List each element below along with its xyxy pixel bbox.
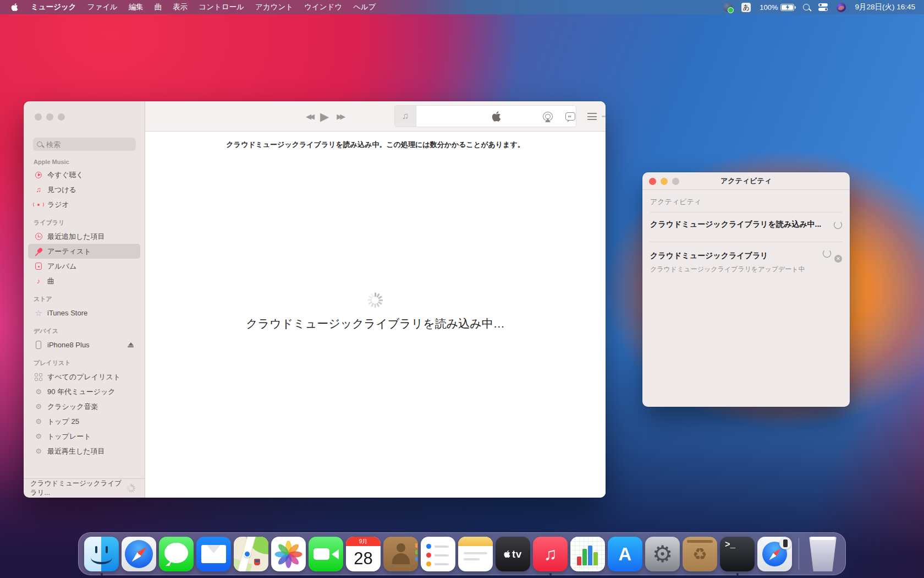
sidebar-item-top-25[interactable]: ⚙ トップ 25 xyxy=(28,414,140,429)
smart-playlist-gear-icon: ⚙ xyxy=(34,402,43,411)
menu-song[interactable]: 曲 xyxy=(150,0,167,14)
dock-numbers[interactable] xyxy=(570,537,605,571)
menu-bar: ミュージック ファイル 編集 曲 表示 コントロール アカウント ウインドウ ヘ… xyxy=(0,0,924,14)
status-app-icon[interactable] xyxy=(837,3,846,12)
sidebar-item-all-playlists[interactable]: すべてのプレイリスト xyxy=(28,369,140,384)
zoom-button[interactable] xyxy=(58,113,65,121)
dock-simulator[interactable] xyxy=(757,537,792,571)
eject-icon[interactable] xyxy=(128,342,134,348)
sidebar-item-recently-played[interactable]: ⚙ 最近再生した項目 xyxy=(28,444,140,459)
dock-reminders[interactable] xyxy=(421,537,455,571)
app-store-icon: A xyxy=(608,537,642,571)
control-center-icon[interactable] xyxy=(818,3,828,12)
play-circle-icon xyxy=(34,171,43,179)
dock-safari[interactable] xyxy=(122,537,156,571)
dock-apple-tv[interactable]: tv xyxy=(496,537,530,571)
menu-bar-clock[interactable]: 9月28日(火) 16:45 xyxy=(855,2,915,12)
dock-calendar[interactable]: 9月 28 xyxy=(346,537,381,571)
dock-app-bag[interactable]: ♻ xyxy=(683,537,717,571)
activity-task-loading: クラウドミュージックライブラリを読み込み中... xyxy=(650,220,842,230)
sidebar-item-radio[interactable]: ラジオ xyxy=(28,197,140,212)
search-icon xyxy=(37,141,42,147)
menu-account[interactable]: アカウント xyxy=(250,0,298,14)
sidebar-sync-status: クラウドミュージックライブラリ... xyxy=(24,478,145,498)
divider xyxy=(650,242,842,242)
music-note-icon: ♪ xyxy=(34,277,43,286)
input-source-icon[interactable]: あ xyxy=(741,3,751,12)
battery-indicator[interactable]: 100% xyxy=(760,3,794,12)
sidebar-item-browse[interactable]: ♫ 見つける xyxy=(28,182,140,197)
volume-slider[interactable] xyxy=(602,116,606,117)
dock-app-store[interactable]: A xyxy=(608,537,642,571)
minimize-button[interactable] xyxy=(661,178,668,185)
sidebar-item-albums[interactable]: アルバム xyxy=(28,259,140,274)
section-library: ライブラリ xyxy=(24,212,145,229)
loading-indicator-group: クラウドミュージックライブラリを読み込み中… xyxy=(145,292,606,331)
sidebar-item-recently-added[interactable]: 最近追加した項目 xyxy=(28,229,140,244)
sync-status-icon[interactable] xyxy=(723,3,733,12)
apple-menu-icon[interactable] xyxy=(9,3,25,12)
smart-playlist-gear-icon: ⚙ xyxy=(34,432,43,441)
search-input[interactable] xyxy=(45,140,132,149)
music-main-pane: ◀◀ ▶ ▶▶ ♫ xyxy=(145,101,606,498)
sidebar-item-songs[interactable]: ♪ 曲 xyxy=(28,274,140,288)
cancel-task-button[interactable]: ✕ xyxy=(834,255,842,263)
task-spinner-icon xyxy=(834,221,842,229)
close-button[interactable] xyxy=(649,178,656,185)
dock-messages[interactable] xyxy=(159,537,194,571)
microphone-icon xyxy=(34,247,43,256)
spotlight-search-icon[interactable] xyxy=(803,4,810,10)
music-sidebar: Apple Music 今すぐ聴く ♫ 見つける ラジオ ライブラリ 最近追加し… xyxy=(24,101,145,498)
menu-controls[interactable]: コントロール xyxy=(194,0,249,14)
music-content-area: クラウドミュージックライブラリを読み込み中。この処理には数分かかることがあります… xyxy=(145,132,606,498)
cloud-library-top-message: クラウドミュージックライブラリを読み込み中。この処理には数分かかることがあります… xyxy=(145,140,606,150)
activity-body: アクティビティ クラウドミュージックライブラリを読み込み中... クラウドミュー… xyxy=(642,197,850,274)
menu-help[interactable]: ヘルプ xyxy=(348,0,381,14)
dock-system-preferences[interactable]: ⚙ xyxy=(645,537,680,571)
menu-edit[interactable]: 編集 xyxy=(124,0,148,14)
dock-contacts[interactable] xyxy=(383,537,418,571)
menu-file[interactable]: ファイル xyxy=(82,0,123,14)
task-spinner-icon xyxy=(823,249,831,258)
dock-photos[interactable] xyxy=(271,537,306,571)
rewind-button[interactable]: ◀◀ xyxy=(306,113,312,120)
calendar-day-label: 28 xyxy=(346,546,381,571)
menu-window[interactable]: ウインドウ xyxy=(299,0,347,14)
numbers-icon xyxy=(570,537,605,571)
lyrics-icon[interactable] xyxy=(565,112,575,121)
sidebar-item-listen-now[interactable]: 今すぐ聴く xyxy=(28,167,140,182)
zoom-button[interactable] xyxy=(672,178,679,185)
close-button[interactable] xyxy=(35,113,42,121)
sidebar-item-artists[interactable]: アーティスト xyxy=(28,244,140,259)
dock-facetime[interactable] xyxy=(309,537,343,571)
music-window: Apple Music 今すぐ聴く ♫ 見つける ラジオ ライブラリ 最近追加し… xyxy=(24,101,606,498)
airplay-icon[interactable] xyxy=(542,112,553,121)
sidebar-item-90s-music[interactable]: ⚙ 90 年代ミュージック xyxy=(28,384,140,399)
calendar-month-label: 9月 xyxy=(346,537,381,546)
dock-trash[interactable] xyxy=(806,537,840,571)
dock-maps[interactable] xyxy=(234,537,268,571)
dock-music[interactable]: ♫ xyxy=(533,537,568,571)
messages-icon xyxy=(159,537,194,571)
dock-divider xyxy=(799,538,799,570)
menu-app-name[interactable]: ミュージック xyxy=(26,0,81,14)
dock-notes[interactable] xyxy=(458,537,493,571)
sidebar-item-iphone[interactable]: iPhone8 Plus xyxy=(28,337,140,352)
sidebar-item-top-rated[interactable]: ⚙ トップレート xyxy=(28,429,140,444)
menu-view[interactable]: 表示 xyxy=(168,0,193,14)
up-next-list-icon[interactable] xyxy=(587,113,597,120)
sidebar-search-field[interactable] xyxy=(33,138,136,151)
section-apple-music: Apple Music xyxy=(24,159,145,167)
dock-terminal[interactable]: >_ xyxy=(720,537,755,571)
section-store: ストア xyxy=(24,288,145,306)
sidebar-item-itunes-store[interactable]: ☆ iTunes Store xyxy=(28,306,140,320)
fast-forward-button[interactable]: ▶▶ xyxy=(337,113,343,120)
minimize-button[interactable] xyxy=(46,113,53,121)
dock-mail[interactable] xyxy=(196,537,231,571)
terminal-icon: >_ xyxy=(720,537,755,571)
sidebar-sync-status-text: クラウドミュージックライブラリ... xyxy=(30,479,124,498)
sidebar-item-classical[interactable]: ⚙ クラシック音楽 xyxy=(28,399,140,414)
activity-task-subtitle: クラウドミュージックライブラリをアップデート中 xyxy=(650,265,842,274)
dock-finder[interactable] xyxy=(84,537,119,571)
play-button[interactable]: ▶ xyxy=(320,111,329,122)
